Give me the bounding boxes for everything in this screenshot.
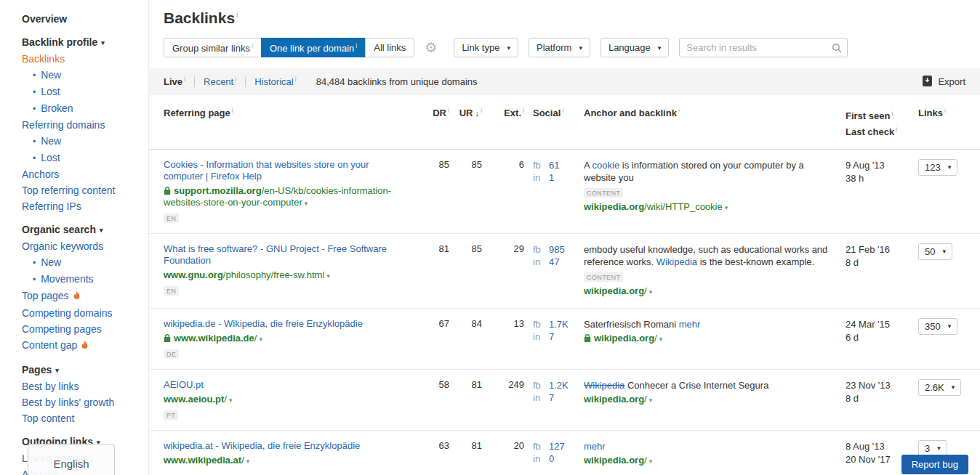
anchor-text-block: A cookie is information stored on your c…	[584, 159, 837, 184]
facebook-count[interactable]: 127	[549, 441, 565, 452]
sidebar-item-competing-domains[interactable]: Competing domains	[22, 306, 148, 321]
chevron-down-icon[interactable]: ▾	[326, 272, 330, 280]
anchor-text: Saterfriesisch Romani	[584, 319, 679, 330]
sidebar-item-organic-search[interactable]: Organic search▾	[22, 222, 148, 238]
backlink-url[interactable]: wikipedia.org/▾	[584, 455, 835, 467]
sidebar-item-anchors[interactable]: Anchors	[22, 167, 148, 182]
tab-live[interactable]: Livei	[164, 76, 185, 87]
referring-page-title[interactable]: Cookies - Information that websites stor…	[164, 159, 411, 182]
chevron-down-icon[interactable]: ▾	[659, 336, 663, 343]
facebook-count[interactable]: 1.7K	[549, 319, 569, 330]
linkedin-count[interactable]: 7	[549, 331, 554, 342]
export-button[interactable]: Export	[923, 76, 965, 89]
chevron-down-icon: ▾	[101, 39, 105, 46]
social-cell: fb61in1	[526, 159, 584, 184]
links-dropdown[interactable]: 350▾	[918, 318, 957, 335]
dr-cell: 85	[422, 159, 451, 170]
tab-historical[interactable]: Historicali	[254, 76, 296, 87]
backlink-url[interactable]: wikipedia.org/▾	[584, 333, 835, 345]
group-similar-links-button[interactable]: Group similar linksi	[164, 38, 262, 57]
linkedin-count[interactable]: 47	[549, 256, 559, 267]
links-cell: 350▾	[918, 318, 965, 335]
col-social[interactable]: Sociali	[526, 107, 584, 139]
referring-page-url[interactable]: support.mozilla.org/en-US/kb/cookies-inf…	[164, 185, 414, 209]
chevron-down-icon[interactable]: ▾	[305, 200, 308, 207]
chevron-down-icon[interactable]: ▾	[649, 458, 653, 465]
facebook-count[interactable]: 61	[549, 160, 559, 171]
sidebar-item-top-content[interactable]: Top content	[22, 411, 148, 426]
sidebar-item-best-by-links-growth[interactable]: Best by links' growth	[22, 395, 148, 410]
col-first-seen[interactable]: First seeni Last checki	[846, 107, 918, 139]
sidebar-item-lost[interactable]: •Lost	[22, 84, 148, 100]
chevron-down-icon[interactable]: ▾	[246, 458, 250, 465]
referring-page-url[interactable]: www.aeiou.pt/▾	[164, 394, 414, 406]
col-links[interactable]: Linksi	[918, 107, 965, 139]
referring-page-url[interactable]: www.gnu.org/philosophy/free-sw.html▾	[164, 269, 414, 282]
anchor-text-link[interactable]: mehr	[584, 441, 606, 452]
col-ext[interactable]: Ext.i	[483, 107, 526, 139]
sidebar-item-organic-keywords[interactable]: Organic keywords	[22, 239, 148, 254]
sidebar-item-overview[interactable]: Overview	[22, 12, 148, 27]
facebook-count[interactable]: 1.2K	[549, 380, 569, 391]
col-ur[interactable]: UR↓i	[451, 107, 483, 139]
referring-page-title[interactable]: wikipedia.de - Wikipedia, die freie Enzy…	[164, 318, 411, 330]
search-input[interactable]	[679, 38, 848, 57]
platform-dropdown[interactable]: Platform▾	[529, 38, 590, 57]
sidebar-item-pages[interactable]: Pages▾	[22, 362, 148, 378]
facebook-count[interactable]: 985	[549, 244, 565, 255]
sidebar-item-top-referring-content[interactable]: Top referring content	[22, 183, 148, 198]
sidebar-item-broken[interactable]: •Broken	[22, 101, 148, 117]
linkedin-count[interactable]: 1	[549, 172, 554, 183]
sidebar-item-lost[interactable]: •Lost	[22, 150, 148, 166]
referring-page-title[interactable]: AEIOU.pt	[164, 379, 411, 391]
link-type-dropdown[interactable]: Link type▾	[454, 38, 518, 57]
backlink-url[interactable]: wikipedia.org/▾	[584, 394, 835, 406]
search-icon[interactable]	[832, 43, 842, 56]
chevron-down-icon[interactable]: ▾	[229, 397, 233, 404]
anchor-text-link[interactable]: Wikipedia	[656, 256, 697, 267]
links-dropdown[interactable]: 50▾	[918, 243, 952, 260]
tab-recent[interactable]: Recenti	[204, 76, 236, 87]
chevron-down-icon[interactable]: ▾	[259, 336, 262, 343]
sidebar-item-competing-pages[interactable]: Competing pages	[22, 322, 148, 337]
all-links-button[interactable]: All links	[365, 38, 414, 57]
sidebar-item-referring-ips[interactable]: Referring IPs	[22, 199, 148, 214]
sidebar-item-new[interactable]: •New	[22, 134, 148, 150]
links-dropdown[interactable]: 2.6K▾	[918, 379, 961, 396]
sidebar-item-movements[interactable]: •Movements	[22, 272, 148, 288]
referring-page-url[interactable]: www.wikipedia.at/▾	[164, 455, 414, 467]
sidebar-item-backlinks[interactable]: Backlinks	[22, 52, 148, 67]
gear-icon[interactable]: ⚙	[425, 41, 437, 54]
backlink-url[interactable]: wikipedia.org/wiki/HTTP_cookie▾	[584, 201, 835, 214]
sidebar-item-top-pages[interactable]: Top pages	[22, 288, 148, 305]
dates-cell: 21 Feb '168 d	[846, 243, 918, 269]
anchor-text-link[interactable]: mehr	[679, 319, 701, 330]
col-anchor[interactable]: Anchor and backlinki	[584, 107, 846, 139]
sidebar-item-backlink-profile[interactable]: Backlink profile▾	[22, 35, 148, 51]
col-dr[interactable]: DRi	[422, 107, 451, 139]
language-selector-button[interactable]: English	[28, 444, 115, 475]
sidebar-item-new[interactable]: •New	[22, 255, 148, 271]
backlink-url[interactable]: wikipedia.org/▾	[584, 285, 835, 298]
language-dropdown[interactable]: Language▾	[601, 38, 669, 57]
one-link-per-domain-button[interactable]: One link per domaini	[261, 38, 366, 57]
col-referring-page[interactable]: Referring pagei	[164, 107, 422, 139]
sidebar-item-referring-domains[interactable]: Referring domains	[22, 118, 148, 133]
report-bug-button[interactable]: Report bug	[901, 455, 968, 474]
referring-page-title[interactable]: What is free software? - GNU Project - F…	[164, 243, 411, 267]
linkedin-count[interactable]: 7	[549, 392, 554, 403]
sidebar-item-content-gap[interactable]: Content gap	[22, 338, 148, 354]
chevron-down-icon[interactable]: ▾	[725, 204, 728, 211]
referring-page-url[interactable]: www.wikipedia.de/▾	[164, 333, 414, 345]
sidebar-item-best-by-links[interactable]: Best by links	[22, 379, 148, 394]
sidebar-item-label: Anchors	[22, 169, 59, 180]
anchor-text-link[interactable]: Wikipedia	[584, 380, 624, 391]
linkedin-count[interactable]: 0	[549, 453, 554, 464]
referring-page-title[interactable]: wikipedia.at - Wikipedia, die freie Enzy…	[164, 440, 411, 452]
links-dropdown[interactable]: 123▾	[918, 159, 957, 176]
anchor-text-link[interactable]: cookie	[593, 160, 620, 171]
anchor-backlink-cell: Saterfriesisch Romani mehrwikipedia.org/…	[584, 318, 846, 345]
chevron-down-icon[interactable]: ▾	[649, 397, 653, 404]
sidebar-item-new[interactable]: •New	[22, 68, 148, 84]
chevron-down-icon[interactable]: ▾	[649, 288, 653, 296]
